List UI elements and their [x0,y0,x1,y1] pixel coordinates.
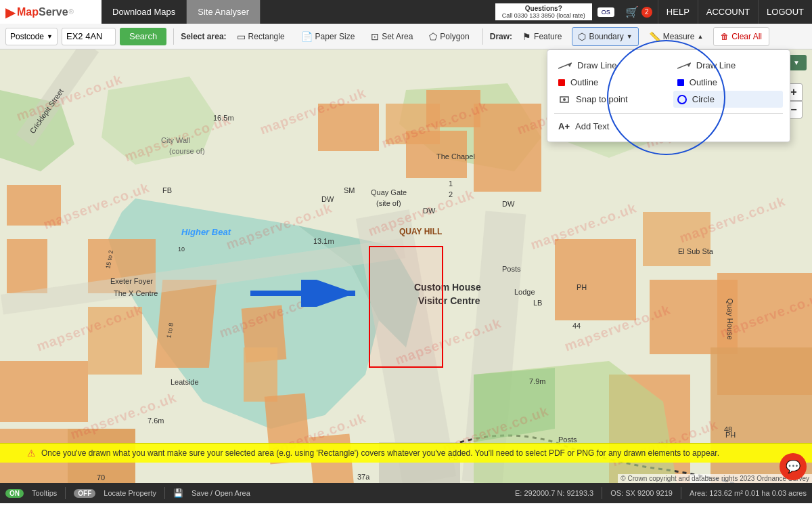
svg-point-3 [563,98,566,101]
logo-serve: Serve [39,6,68,18]
nav-right: Questions? Call 0330 133 3850 (local rat… [495,0,812,24]
svg-rect-21 [155,280,217,368]
toolbar-divider-2 [482,28,483,45]
red-selection-rect [369,246,443,368]
status-divider-3 [602,487,602,499]
logo-area: ▶ Map Serve ® [0,0,102,24]
dd-col-left: Draw Line Outline Snap to point [554,57,664,108]
outline-blue-icon [677,79,684,86]
svg-rect-14 [7,185,61,226]
rectangle-tool[interactable]: ▭ Rectangle [231,27,291,46]
nav-download-maps[interactable]: Download Maps [102,0,187,24]
questions-box: Questions? Call 0330 133 3850 (local rat… [495,3,592,20]
polygon-tool[interactable]: ⬠ Polygon [423,27,475,46]
info-bar: ⚠ Once you've drawn what you want make s… [0,443,812,463]
locate-toggle[interactable]: OFF [74,489,95,498]
nav-account[interactable]: ACCOUNT [698,0,758,24]
svg-rect-29 [426,90,480,127]
paper-size-tool[interactable]: 📄 Paper Size [295,27,361,46]
status-divider-4 [681,487,681,499]
svg-rect-18 [0,361,88,422]
save-icon: 💾 [173,488,183,498]
chat-icon: 💬 [786,459,800,474]
status-divider-1 [65,487,66,499]
nav-help[interactable]: HELP [658,0,698,24]
status-right: E: 292000.7 N: 92193.3 OS: SX 9200 9219 … [515,487,807,499]
info-icon: ⚠ [27,448,36,459]
outline-blue[interactable]: Outline [673,74,783,91]
logo-registered: ® [69,8,74,16]
circle-icon [677,95,687,104]
os-badge-chevron: ▼ [793,59,800,66]
nav-site-analyser[interactable]: Site Analyser [187,0,261,24]
svg-rect-32 [643,212,710,266]
set-area-icon: ⊡ [371,31,379,42]
svg-rect-26 [318,104,379,151]
svg-rect-30 [474,104,541,192]
select-area-label: Select area: [181,32,226,41]
postcode-chevron: ▼ [47,33,53,40]
blue-arrow [244,280,365,307]
snap-to-point[interactable]: Snap to point [554,91,664,108]
tooltips-toggle[interactable]: ON [5,489,24,498]
draw-line-left[interactable]: Draw Line [554,57,664,74]
top-nav: ▶ Map Serve ® Download Maps Site Analyse… [0,0,812,24]
feature-tool[interactable]: ⚑ Feature [516,27,568,46]
status-divider-2 [164,487,165,499]
snap-icon [558,95,570,104]
measure-icon: 📏 [649,31,660,42]
postcode-input[interactable]: EX2 4AN [62,28,116,45]
trash-icon: 🗑 [721,32,729,41]
svg-rect-28 [406,131,467,178]
set-area-tool[interactable]: ⊡ Set Area [365,27,419,46]
chat-button[interactable]: 💬 [780,453,807,480]
clear-all-button[interactable]: 🗑 Clear All [713,27,769,46]
ordnance-badge: OS [597,7,614,17]
svg-rect-15 [7,239,47,293]
postcode-dropdown[interactable]: Postcode ▼ [5,28,58,45]
circle-item[interactable]: Add Text Circle [673,91,783,108]
status-bar: ON Tooltips OFF Locate Property 💾 Save /… [0,483,812,503]
draw-label: Draw: [490,32,512,41]
rectangle-icon: ▭ [237,31,246,42]
logo-map: Map [17,6,39,18]
boundary-chevron: ▼ [627,33,633,40]
dd-divider [554,113,783,114]
draw-line-icon-left [558,62,572,70]
logo-icon: ▶ [5,4,16,20]
add-text-row[interactable]: A+ Add Text [554,118,783,135]
cart-icon[interactable]: 🛒 2 [620,5,658,18]
paper-size-icon: 📄 [301,31,313,42]
toolbar-divider-1 [173,28,174,45]
measure-chevron: ▲ [697,33,703,40]
polygon-icon: ⬠ [429,31,437,42]
search-button[interactable]: Search [120,28,166,45]
draw-line-icon-right [677,62,691,70]
draw-line-right[interactable]: Draw Line [673,57,783,74]
svg-rect-17 [88,307,142,375]
nav-logout[interactable]: LOGOUT [758,0,812,24]
feature-icon: ⚑ [522,31,531,42]
boundary-icon: ⬡ [578,31,586,42]
outline-red-icon [558,79,565,86]
toolbar: Postcode ▼ EX2 4AN Search Select area: ▭… [0,24,812,49]
cart-count: 2 [641,7,652,18]
boundary-tool[interactable]: ⬡ Boundary ▼ [572,27,638,46]
draw-dropdown: Draw Line Outline Snap to point Draw [547,49,790,142]
measure-tool[interactable]: 📏 Measure ▲ [643,27,710,46]
dd-header: Draw Line Outline Snap to point Draw [554,57,783,108]
svg-rect-23 [244,347,277,402]
dd-col-right: Draw Line Outline Add Text Circle [673,57,783,108]
add-text-icon: A+ [558,121,570,131]
outline-red[interactable]: Outline [554,74,664,91]
svg-rect-31 [555,239,636,320]
